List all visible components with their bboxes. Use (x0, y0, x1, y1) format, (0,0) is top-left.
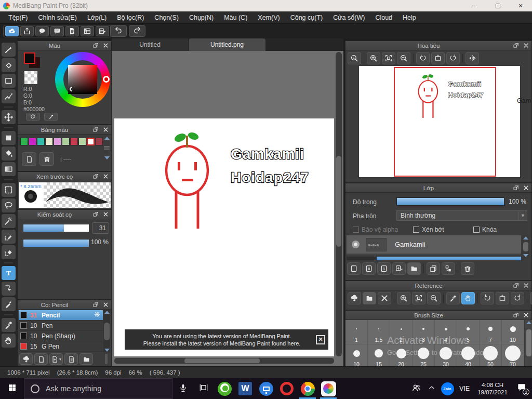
palette-scrollbar[interactable] (103, 137, 110, 159)
taskbar-app-remote-desktop[interactable] (256, 378, 276, 399)
tool-select-pen[interactable] (2, 230, 16, 244)
menu-item-9[interactable]: Cửa sổ(W) (328, 11, 370, 24)
palette-swatch-5[interactable] (62, 138, 70, 145)
document-button[interactable] (65, 26, 79, 36)
zoom-out-button[interactable] (397, 52, 410, 64)
close-icon[interactable] (101, 126, 110, 134)
transparent-color-swatch[interactable] (24, 71, 37, 84)
sv-selector[interactable] (69, 86, 75, 92)
menu-item-1[interactable]: Chỉnh sửa(E) (33, 11, 82, 24)
brush-size-10[interactable]: 10 (345, 344, 368, 369)
palette-button[interactable] (26, 113, 40, 121)
tool-magic-wand[interactable] (2, 214, 16, 228)
gear-icon[interactable] (94, 311, 101, 320)
brush-size-5[interactable]: 5 (457, 320, 480, 344)
tool-select-marquee[interactable] (2, 183, 16, 197)
layer-8bit-button[interactable]: 8 (362, 262, 376, 275)
rotate-cw-button[interactable] (511, 292, 524, 304)
palette-swatch-8[interactable] (87, 138, 95, 145)
taskbar-app-coccoc[interactable] (214, 378, 235, 399)
doc-s-button[interactable]: S (64, 353, 78, 365)
folder-button[interactable] (79, 353, 93, 365)
canvas-vertical-scrollbar[interactable] (336, 52, 342, 356)
brush-size-20[interactable]: 20 (390, 344, 413, 369)
taskbar-app-medibang[interactable] (318, 378, 339, 399)
brush-row-pen[interactable]: 10Pen (19, 321, 103, 331)
menu-item-8[interactable]: Công cụ(T) (285, 11, 328, 24)
tool-pen-stick[interactable] (2, 297, 16, 311)
close-button[interactable]: ✕ (509, 0, 532, 11)
new-doc-button[interactable] (34, 353, 48, 365)
close-icon[interactable] (101, 173, 110, 180)
folder-button[interactable] (407, 262, 421, 275)
lock-checkbox[interactable]: Khóa (473, 226, 497, 233)
flip-h-button[interactable] (466, 52, 479, 64)
brush-size-25[interactable]: 25 (413, 344, 435, 369)
speech-bubble-button[interactable] (35, 26, 49, 36)
brush-opacity-slider[interactable] (23, 239, 89, 247)
foreground-color-swatch[interactable] (24, 52, 35, 64)
close-icon[interactable] (522, 312, 530, 319)
saturation-value-square[interactable] (68, 65, 97, 94)
palette-swatch-1[interactable] (29, 138, 36, 145)
brush-size-70[interactable]: 70 (502, 344, 524, 369)
layer-opacity-slider[interactable] (396, 197, 504, 206)
zalo-tray-button[interactable]: Zalo (440, 378, 455, 399)
cloud-check-button[interactable] (5, 26, 19, 36)
tool-move[interactable] (2, 110, 16, 124)
brush-size-10[interactable]: 10 (502, 320, 524, 344)
close-icon[interactable] (522, 184, 530, 192)
menu-item-6[interactable]: Màu (C) (219, 11, 252, 24)
brush-size-value[interactable]: 31 (92, 222, 109, 234)
menu-item-11[interactable]: Help (397, 11, 421, 24)
task-view-button[interactable] (193, 378, 214, 399)
hand-button[interactable] (461, 292, 475, 304)
tool-brush[interactable] (2, 43, 16, 57)
brush-row-pencil[interactable]: 31Pencil (19, 310, 103, 321)
menu-item-4[interactable]: Chọn(S) (149, 11, 184, 24)
tool-shape-rect[interactable] (2, 74, 16, 88)
tool-bucket[interactable] (2, 147, 16, 161)
popout-icon[interactable] (512, 42, 520, 49)
notification-close-icon[interactable]: ✕ (316, 335, 325, 344)
layer-1bit-button[interactable]: 1 (377, 262, 391, 275)
popout-icon[interactable] (512, 282, 520, 289)
tool-object-select[interactable] (2, 282, 16, 296)
brush-list-scrollbar[interactable] (103, 310, 110, 352)
tool-select-lasso[interactable] (2, 198, 16, 212)
brush-row-g-pen[interactable]: 15G Pen (19, 341, 103, 352)
palette-swatch-0[interactable] (20, 138, 28, 145)
eyedropper-button[interactable] (44, 113, 58, 121)
duplicate-button[interactable] (427, 262, 440, 275)
trash-button[interactable] (39, 152, 54, 166)
tool-hand[interactable] (2, 334, 16, 348)
canvas[interactable]: GamkamiiHoidap247 (114, 118, 334, 356)
tool-control-points[interactable] (2, 89, 16, 103)
palette-swatch-6[interactable] (70, 138, 78, 145)
zoom-out-button[interactable] (427, 292, 441, 304)
palette-swatch-2[interactable] (37, 138, 45, 145)
menu-item-7[interactable]: Xem(V) (252, 11, 285, 24)
zoom-fit-button[interactable] (412, 292, 425, 304)
blend-mode-select[interactable]: Bình thường ▼ (396, 210, 527, 221)
cloud-down-button[interactable] (348, 292, 361, 304)
clipping-checkbox[interactable]: Xén bớt (413, 226, 444, 233)
palette-swatch-7[interactable] (78, 138, 86, 145)
menu-item-10[interactable]: Cloud (370, 11, 397, 24)
rotate-ccw-button[interactable] (416, 52, 430, 64)
popout-icon[interactable] (512, 184, 520, 192)
brush-size-1.5[interactable]: 1.5 (368, 320, 390, 344)
minimize-button[interactable] (463, 0, 486, 11)
tool-eraser[interactable] (2, 58, 16, 72)
tool-text[interactable]: T (2, 266, 16, 280)
brush-size-30[interactable]: 30 (435, 344, 457, 369)
brush-size-3[interactable]: 3 (413, 320, 435, 344)
tab-untitled-png[interactable]: Untitled.png (189, 38, 265, 51)
rotate-reset-button[interactable] (431, 52, 445, 64)
navigator-preview[interactable]: GamkamiiHoidap247 Gam (359, 66, 520, 177)
add-layer-menu-button[interactable] (392, 262, 406, 275)
scroll-down-icon[interactable] (104, 156, 110, 159)
popout-icon[interactable] (91, 211, 100, 218)
menu-item-5[interactable]: Chụp(N) (184, 11, 219, 24)
comment-button[interactable] (50, 26, 64, 36)
